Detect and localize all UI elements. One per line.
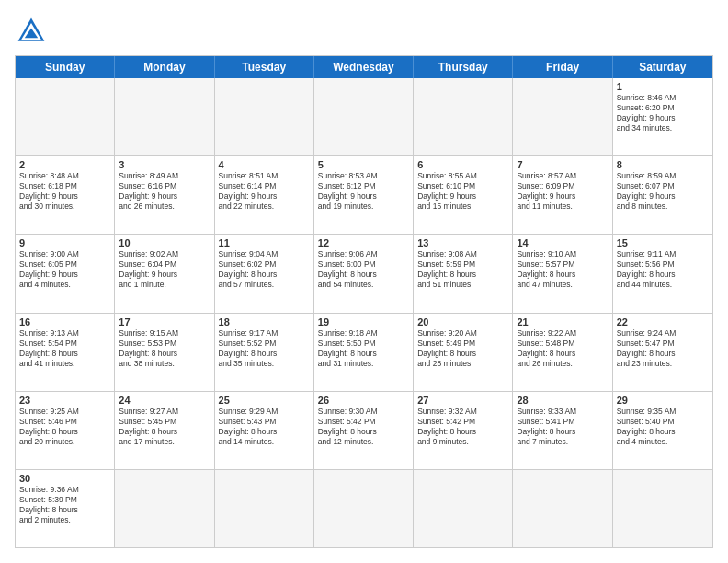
day-name-wednesday: Wednesday (314, 56, 414, 78)
calendar-cell (115, 470, 214, 547)
calendar-cell: 5Sunrise: 8:53 AM Sunset: 6:12 PM Daylig… (314, 156, 414, 234)
cell-info: Sunrise: 8:59 AM Sunset: 6:07 PM Dayligh… (617, 171, 709, 212)
cell-info: Sunrise: 9:25 AM Sunset: 5:46 PM Dayligh… (19, 407, 110, 447)
calendar-cell: 28Sunrise: 9:33 AM Sunset: 5:41 PM Dayli… (513, 392, 612, 469)
cell-date: 21 (517, 316, 608, 327)
calendar-cell (314, 470, 414, 547)
cell-info: Sunrise: 9:33 AM Sunset: 5:41 PM Dayligh… (517, 407, 608, 447)
cell-date: 20 (417, 316, 508, 327)
cell-date: 26 (318, 395, 409, 406)
cell-info: Sunrise: 9:06 AM Sunset: 6:00 PM Dayligh… (318, 249, 409, 290)
calendar-cell: 26Sunrise: 9:30 AM Sunset: 5:42 PM Dayli… (314, 392, 414, 469)
cell-date: 2 (19, 159, 110, 170)
cell-date: 28 (517, 395, 608, 406)
cell-info: Sunrise: 9:02 AM Sunset: 6:04 PM Dayligh… (119, 249, 210, 290)
cell-info: Sunrise: 9:24 AM Sunset: 5:47 PM Dayligh… (617, 328, 709, 369)
calendar-cell: 9Sunrise: 9:00 AM Sunset: 6:05 PM Daylig… (16, 235, 115, 312)
cell-date: 14 (517, 237, 608, 248)
header (15, 15, 713, 48)
calendar-cell: 21Sunrise: 9:22 AM Sunset: 5:48 PM Dayli… (513, 314, 612, 391)
cell-info: Sunrise: 9:04 AM Sunset: 6:02 PM Dayligh… (219, 249, 310, 290)
calendar-cell: 10Sunrise: 9:02 AM Sunset: 6:04 PM Dayli… (115, 235, 214, 312)
cell-date: 19 (318, 316, 409, 327)
cell-date: 18 (219, 316, 310, 327)
calendar-cell (513, 78, 612, 155)
cell-date: 23 (19, 395, 110, 406)
day-name-sunday: Sunday (16, 56, 115, 78)
calendar-cell: 6Sunrise: 8:55 AM Sunset: 6:10 PM Daylig… (414, 156, 513, 234)
calendar-cell: 17Sunrise: 9:15 AM Sunset: 5:53 PM Dayli… (115, 314, 214, 391)
cell-date: 11 (219, 237, 310, 248)
cell-date: 13 (417, 237, 508, 248)
calendar-cell: 4Sunrise: 8:51 AM Sunset: 6:14 PM Daylig… (215, 156, 314, 234)
calendar-cell: 2Sunrise: 8:48 AM Sunset: 6:18 PM Daylig… (16, 156, 115, 234)
cell-date: 12 (318, 237, 409, 248)
calendar-cell (314, 78, 414, 155)
cell-info: Sunrise: 9:17 AM Sunset: 5:52 PM Dayligh… (219, 328, 310, 369)
calendar-body: 1Sunrise: 8:46 AM Sunset: 6:20 PM Daylig… (16, 78, 712, 547)
calendar-row-4: 23Sunrise: 9:25 AM Sunset: 5:46 PM Dayli… (16, 392, 712, 470)
cell-info: Sunrise: 9:13 AM Sunset: 5:54 PM Dayligh… (19, 328, 110, 369)
calendar-cell (613, 470, 712, 547)
calendar-cell: 3Sunrise: 8:49 AM Sunset: 6:16 PM Daylig… (115, 156, 214, 234)
calendar-cell: 27Sunrise: 9:32 AM Sunset: 5:42 PM Dayli… (414, 392, 513, 469)
cell-date: 15 (617, 237, 709, 248)
cell-info: Sunrise: 9:15 AM Sunset: 5:53 PM Dayligh… (119, 328, 210, 369)
logo-icon (15, 15, 48, 48)
calendar-cell: 8Sunrise: 8:59 AM Sunset: 6:07 PM Daylig… (613, 156, 712, 234)
cell-date: 25 (219, 395, 310, 406)
cell-date: 6 (417, 159, 508, 170)
cell-info: Sunrise: 8:46 AM Sunset: 6:20 PM Dayligh… (617, 93, 709, 133)
cell-info: Sunrise: 9:27 AM Sunset: 5:45 PM Dayligh… (119, 407, 210, 447)
calendar-cell: 1Sunrise: 8:46 AM Sunset: 6:20 PM Daylig… (613, 78, 712, 155)
calendar-cell (215, 470, 314, 547)
cell-date: 3 (119, 159, 210, 170)
calendar-cell (115, 78, 214, 155)
day-name-monday: Monday (115, 56, 214, 78)
cell-info: Sunrise: 9:00 AM Sunset: 6:05 PM Dayligh… (19, 249, 110, 290)
calendar-cell (513, 470, 612, 547)
cell-info: Sunrise: 9:22 AM Sunset: 5:48 PM Dayligh… (517, 328, 608, 369)
calendar-cell: 16Sunrise: 9:13 AM Sunset: 5:54 PM Dayli… (16, 314, 115, 391)
calendar-cell: 14Sunrise: 9:10 AM Sunset: 5:57 PM Dayli… (513, 235, 612, 312)
calendar-row-2: 9Sunrise: 9:00 AM Sunset: 6:05 PM Daylig… (16, 235, 712, 313)
cell-date: 29 (617, 395, 709, 406)
cell-info: Sunrise: 9:08 AM Sunset: 5:59 PM Dayligh… (417, 249, 508, 290)
calendar-cell: 19Sunrise: 9:18 AM Sunset: 5:50 PM Dayli… (314, 314, 414, 391)
calendar-cell: 13Sunrise: 9:08 AM Sunset: 5:59 PM Dayli… (414, 235, 513, 312)
cell-date: 16 (19, 316, 110, 327)
calendar-row-1: 2Sunrise: 8:48 AM Sunset: 6:18 PM Daylig… (16, 156, 712, 235)
page: SundayMondayTuesdayWednesdayThursdayFrid… (0, 0, 728, 563)
cell-info: Sunrise: 9:10 AM Sunset: 5:57 PM Dayligh… (517, 249, 608, 290)
calendar-cell: 25Sunrise: 9:29 AM Sunset: 5:43 PM Dayli… (215, 392, 314, 469)
day-name-saturday: Saturday (613, 56, 712, 78)
calendar-cell (414, 78, 513, 155)
calendar-row-5: 30Sunrise: 9:36 AM Sunset: 5:39 PM Dayli… (16, 470, 712, 547)
calendar-cell (414, 470, 513, 547)
cell-info: Sunrise: 8:51 AM Sunset: 6:14 PM Dayligh… (219, 171, 310, 212)
logo (15, 15, 51, 48)
cell-info: Sunrise: 9:11 AM Sunset: 5:56 PM Dayligh… (617, 249, 709, 290)
cell-date: 7 (517, 159, 608, 170)
cell-date: 30 (19, 473, 110, 484)
cell-info: Sunrise: 9:18 AM Sunset: 5:50 PM Dayligh… (318, 328, 409, 369)
cell-info: Sunrise: 8:49 AM Sunset: 6:16 PM Dayligh… (119, 171, 210, 212)
calendar-cell: 15Sunrise: 9:11 AM Sunset: 5:56 PM Dayli… (613, 235, 712, 312)
cell-date: 4 (219, 159, 310, 170)
calendar: SundayMondayTuesdayWednesdayThursdayFrid… (15, 55, 713, 548)
cell-info: Sunrise: 8:57 AM Sunset: 6:09 PM Dayligh… (517, 171, 608, 212)
calendar-cell (215, 78, 314, 155)
calendar-cell: 20Sunrise: 9:20 AM Sunset: 5:49 PM Dayli… (414, 314, 513, 391)
calendar-cell: 22Sunrise: 9:24 AM Sunset: 5:47 PM Dayli… (613, 314, 712, 391)
cell-date: 9 (19, 237, 110, 248)
calendar-cell: 30Sunrise: 9:36 AM Sunset: 5:39 PM Dayli… (16, 470, 115, 547)
cell-info: Sunrise: 8:48 AM Sunset: 6:18 PM Dayligh… (19, 171, 110, 212)
cell-date: 24 (119, 395, 210, 406)
cell-info: Sunrise: 9:36 AM Sunset: 5:39 PM Dayligh… (19, 485, 110, 525)
cell-info: Sunrise: 9:20 AM Sunset: 5:49 PM Dayligh… (417, 328, 508, 369)
day-name-friday: Friday (513, 56, 612, 78)
cell-info: Sunrise: 9:32 AM Sunset: 5:42 PM Dayligh… (417, 407, 508, 447)
cell-date: 27 (417, 395, 508, 406)
calendar-row-3: 16Sunrise: 9:13 AM Sunset: 5:54 PM Dayli… (16, 314, 712, 392)
cell-info: Sunrise: 8:53 AM Sunset: 6:12 PM Dayligh… (318, 171, 409, 212)
